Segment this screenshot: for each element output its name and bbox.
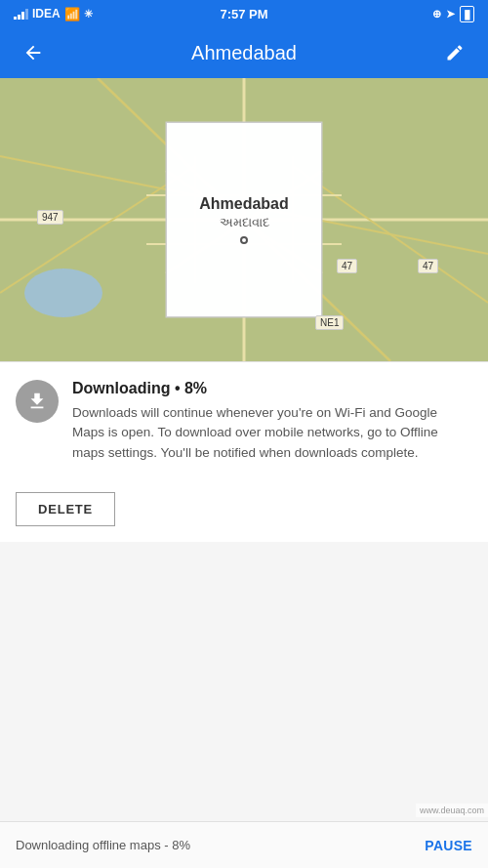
- status-bar-time: 7:57 PM: [220, 7, 267, 21]
- battery-icon: ▮: [460, 6, 474, 22]
- status-bar-right: ⊕ ➤ ▮: [432, 6, 474, 22]
- download-status-row: Downloading • 8% Downloads will continue…: [16, 380, 472, 463]
- page-title: Ahmedabad: [191, 42, 297, 64]
- download-text-block: Downloading • 8% Downloads will continue…: [72, 380, 472, 463]
- map-city-label-box: Ahmedabad અમદાવાદ: [166, 122, 322, 317]
- location-icon: ⊕: [432, 8, 441, 21]
- road-label-47-right: 47: [337, 259, 357, 273]
- status-bar-left: IDEA 📶 ✳: [14, 7, 93, 21]
- top-nav: Ahmedabad: [0, 27, 488, 78]
- map-center-dot: [240, 236, 248, 244]
- download-icon-circle: [16, 380, 59, 423]
- road-label-947: 947: [37, 210, 63, 225]
- map-city-name-en: Ahmedabad: [199, 195, 289, 213]
- bottom-bar-status-text: Downloading offline maps - 8%: [16, 838, 190, 852]
- back-button[interactable]: [16, 35, 51, 70]
- map-background: Ahmedabad અમદાવાદ 947 47 47 NE1: [0, 78, 488, 361]
- map-area: Ahmedabad અમદાવાદ 947 47 47 NE1: [0, 78, 488, 361]
- download-status-text: Downloading • 8%: [72, 380, 472, 397]
- road-label-ne1: NE1: [315, 315, 344, 330]
- delete-button[interactable]: DELETE: [16, 492, 115, 526]
- navigation-icon: ➤: [446, 8, 455, 21]
- watermark: www.deuaq.com: [416, 804, 488, 817]
- download-icon: [26, 391, 48, 412]
- svg-point-13: [24, 269, 102, 317]
- status-bar: IDEA 📶 ✳ 7:57 PM ⊕ ➤ ▮: [0, 0, 488, 27]
- content-area: Downloading • 8% Downloads will continue…: [0, 361, 488, 542]
- bottom-bar: Downloading offline maps - 8% PAUSE: [0, 821, 488, 868]
- carrier-label: IDEA: [32, 7, 61, 21]
- map-city-name-local: અમદાવાદ: [220, 215, 269, 230]
- download-description-text: Downloads will continue whenever you're …: [72, 403, 472, 463]
- brightness-icon: ✳: [84, 8, 93, 21]
- wifi-icon: 📶: [64, 7, 80, 21]
- edit-button[interactable]: [437, 35, 472, 70]
- signal-icon: [14, 8, 28, 20]
- road-label-47-far: 47: [418, 259, 438, 273]
- pause-button[interactable]: PAUSE: [425, 838, 472, 853]
